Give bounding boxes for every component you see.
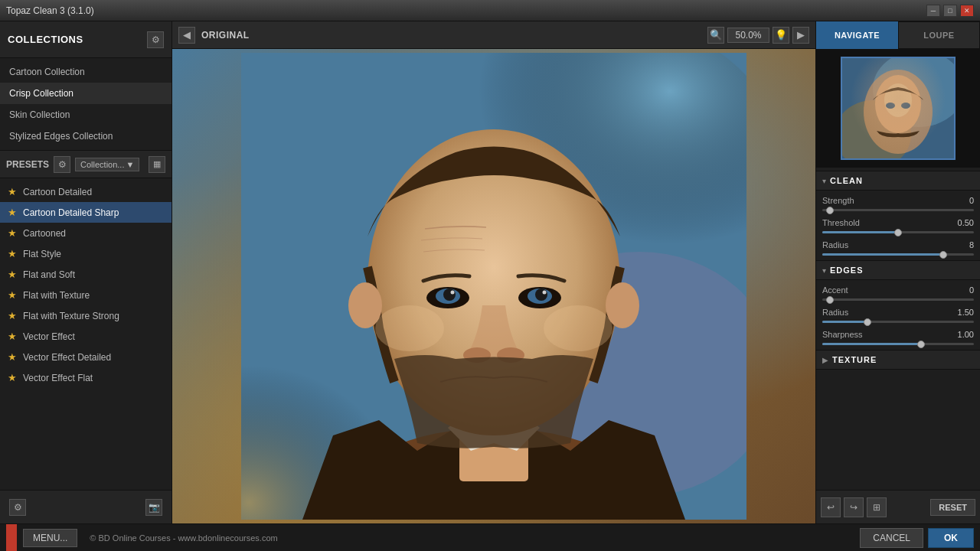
preset-item-vector-effect[interactable]: ★ Vector Effect (0, 326, 172, 347)
preset-item-vector-effect-detailed[interactable]: ★ Vector Effect Detailed (0, 347, 172, 367)
collections-label: COLLECTIONS (8, 34, 83, 45)
star-icon: ★ (8, 372, 17, 383)
preset-name: Cartooned (23, 228, 66, 239)
reset-button[interactable]: RESET (930, 499, 975, 516)
radius-value: 8 (951, 240, 974, 249)
ok-button[interactable]: OK (928, 528, 974, 548)
window-controls: ─ □ ✕ (926, 5, 974, 17)
svg-rect-21 (842, 58, 954, 158)
accent-param-row: Accent 0 (816, 283, 980, 297)
edges-section-header[interactable]: ▾ EDGES (816, 260, 980, 280)
tab-loupe[interactable]: LOUPE (898, 21, 980, 49)
accent-slider-track[interactable] (822, 298, 974, 301)
compare-button[interactable]: ⊞ (867, 497, 887, 517)
sidebar-footer: ⚙ 📷 (0, 490, 172, 523)
edges-radius-slider-track[interactable] (822, 321, 974, 323)
sharpness-param-row: Sharpness 1.00 (816, 328, 980, 341)
canvas-toolbar: ◀ ORIGINAL 🔍 50.0% 💡 ▶ (172, 21, 815, 49)
radius-param-row: Radius 8 (816, 238, 980, 252)
strength-slider-thumb[interactable] (826, 207, 834, 214)
svg-point-25 (875, 75, 921, 133)
minimize-button[interactable]: ─ (926, 5, 940, 17)
tab-navigate[interactable]: NAVIGATE (816, 21, 898, 49)
undo-button[interactable]: ↩ (821, 497, 841, 517)
accent-label: Accent (822, 285, 848, 295)
maximize-button[interactable]: □ (943, 5, 957, 17)
search-icon[interactable]: 🔍 (707, 27, 724, 44)
preset-item-cartoon-detailed[interactable]: ★ Cartoon Detailed (0, 181, 172, 202)
presets-header: PRESETS ⚙ Collection... ▼ ▦ (0, 151, 172, 178)
edges-radius-slider-thumb[interactable] (864, 318, 871, 326)
zoom-level-display[interactable]: 50.0% (727, 28, 769, 43)
sidebar-settings-button[interactable]: ⚙ (9, 499, 26, 516)
preset-item-flat-soft[interactable]: ★ Flat and Soft (0, 264, 172, 285)
navigate-thumbnail[interactable] (841, 57, 956, 160)
sharpness-slider-thumb[interactable] (917, 341, 925, 348)
sidebar-camera-button[interactable]: 📷 (145, 499, 162, 516)
grid-view-button[interactable]: ▦ (149, 156, 165, 173)
collection-item-skin[interactable]: Skin Collection (0, 104, 172, 126)
collections-settings-button[interactable]: ⚙ (147, 31, 164, 48)
redo-button[interactable]: ↪ (844, 497, 864, 517)
tab-loupe-label: LOUPE (923, 31, 954, 40)
accent-slider-thumb[interactable] (826, 296, 834, 304)
clean-section-title: CLEAN (830, 176, 863, 185)
preset-item-cartoon-detailed-sharp[interactable]: ★ Cartoon Detailed Sharp (0, 202, 172, 223)
preset-filter-dropdown[interactable]: Collection... ▼ (75, 158, 139, 171)
svg-point-13 (451, 291, 455, 295)
collection-item-crisp[interactable]: Crisp Collection (0, 83, 172, 104)
svg-point-27 (886, 103, 895, 109)
collection-item-cartoon[interactable]: Cartoon Collection (0, 61, 172, 83)
svg-point-14 (543, 291, 547, 295)
preset-item-flat-texture-strong[interactable]: ★ Flat with Texture Strong (0, 305, 172, 326)
sharpness-value: 1.00 (951, 330, 974, 339)
menu-button[interactable]: MENU... (23, 529, 77, 547)
accent-slider-container (816, 297, 980, 305)
action-buttons: CANCEL OK (860, 528, 974, 548)
svg-point-22 (873, 58, 954, 127)
clean-section-header[interactable]: ▾ CLEAN (816, 171, 980, 191)
main-area: COLLECTIONS ⚙ Cartoon Collection Crisp C… (0, 21, 980, 523)
canvas-view[interactable] (172, 49, 815, 523)
radius-slider-track[interactable] (822, 253, 974, 256)
radius-slider-thumb[interactable] (939, 251, 947, 259)
cancel-button[interactable]: CANCEL (860, 528, 923, 548)
preset-item-flat-texture[interactable]: ★ Flat with Texture (0, 285, 172, 305)
next-button[interactable]: ▶ (792, 27, 809, 44)
star-icon: ★ (8, 289, 17, 301)
close-button[interactable]: ✕ (960, 5, 974, 17)
zoom-controls: 🔍 50.0% 💡 ▶ (707, 27, 809, 44)
star-icon: ★ (8, 310, 17, 321)
preset-item-cartooned[interactable]: ★ Cartooned (0, 223, 172, 243)
preset-item-vector-effect-flat[interactable]: ★ Vector Effect Flat (0, 367, 172, 388)
preset-item-flat-style[interactable]: ★ Flat Style (0, 243, 172, 264)
texture-arrow-icon: ▶ (822, 356, 828, 364)
sidebar: COLLECTIONS ⚙ Cartoon Collection Crisp C… (0, 21, 172, 523)
svg-point-24 (864, 70, 933, 154)
bottom-bar: MENU... © BD Online Courses - www.bdonli… (0, 523, 980, 551)
previous-button[interactable]: ◀ (178, 27, 195, 44)
preset-name: Flat Style (23, 249, 61, 259)
threshold-slider-thumb[interactable] (894, 229, 902, 236)
thumbnail-area (816, 49, 980, 168)
strength-value: 0 (951, 196, 974, 205)
collections-header: COLLECTIONS ⚙ (0, 21, 172, 58)
star-icon: ★ (8, 207, 17, 218)
sharpness-slider-track[interactable] (822, 343, 974, 345)
threshold-value: 0.50 (951, 218, 974, 227)
accent-value: 0 (951, 285, 974, 295)
strength-slider-track[interactable] (822, 209, 974, 211)
threshold-slider-track[interactable] (822, 231, 974, 233)
texture-section-header[interactable]: ▶ TEXTURE (816, 350, 980, 370)
presets-gear-icon[interactable]: ⚙ (54, 156, 70, 173)
star-icon: ★ (8, 331, 17, 342)
portrait-image (172, 49, 815, 523)
star-icon: ★ (8, 351, 17, 363)
collection-item-stylized[interactable]: Stylized Edges Collection (0, 126, 172, 147)
svg-point-12 (535, 289, 547, 301)
edges-section-title: EDGES (830, 266, 864, 275)
sharpness-label: Sharpness (822, 330, 863, 339)
bulb-icon[interactable]: 💡 (773, 27, 789, 44)
collections-list: Cartoon Collection Crisp Collection Skin… (0, 58, 172, 151)
titlebar: Topaz Clean 3 (3.1.0) ─ □ ✕ (0, 0, 980, 21)
